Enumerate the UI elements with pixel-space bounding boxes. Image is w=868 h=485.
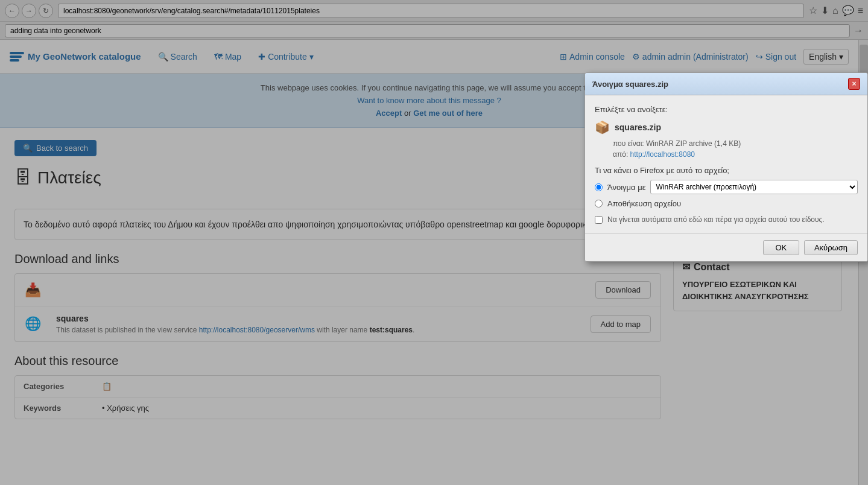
open-with-radio[interactable] [595, 183, 603, 191]
modal-ok-button[interactable]: OK [763, 240, 799, 255]
radio-group: Άνοιγμα με WinRAR archiver (προεπιλογή) … [595, 180, 858, 208]
file-type-value: WinRAR ZIP archive (1,4 KB) [646, 139, 741, 148]
modal-footer: OK Ακύρωση [585, 233, 867, 261]
save-file-radio[interactable] [595, 200, 603, 208]
modal-question: Τι να κάνει ο Firefox με αυτό το αρχείο; [595, 166, 858, 175]
file-source-link[interactable]: http://localhost:8080 [630, 150, 695, 159]
open-with-app-select[interactable]: WinRAR archiver (προεπιλογή) [650, 180, 858, 194]
auto-checkbox-label: Να γίνεται αυτόματα από εδώ και πέρα για… [607, 215, 825, 224]
modal-body: Επιλέξτε να ανοίξετε: 📦 squares.zip που … [585, 95, 867, 233]
modal-title: Άνοιγμα squares.zip [592, 80, 668, 89]
open-with-radio-row: Άνοιγμα με WinRAR archiver (προεπιλογή) [595, 180, 858, 194]
auto-checkbox-row: Να γίνεται αυτόματα από εδώ και πέρα για… [595, 215, 858, 224]
file-type-label: που είναι: [613, 139, 644, 148]
save-radio-row: Αποθήκευση αρχείου [595, 199, 858, 208]
open-with-label: Άνοιγμα με [607, 183, 645, 192]
file-name: squares.zip [615, 122, 661, 132]
auto-checkbox[interactable] [595, 216, 603, 224]
save-file-label: Αποθήκευση αρχείου [607, 199, 681, 208]
file-icon: 📦 [595, 120, 610, 135]
modal-dialog: Άνοιγμα squares.zip × Επιλέξτε να ανοίξε… [584, 72, 868, 262]
file-source-meta: από: http://localhost:8080 [613, 150, 858, 159]
modal-file-row: 📦 squares.zip [595, 120, 858, 135]
file-source-label: από: [613, 150, 628, 159]
modal-overlay: Άνοιγμα squares.zip × Επιλέξτε να ανοίξε… [0, 0, 868, 485]
modal-close-button[interactable]: × [848, 78, 860, 90]
modal-section-title: Επιλέξτε να ανοίξετε: [595, 105, 858, 114]
modal-titlebar: Άνοιγμα squares.zip × [585, 73, 867, 95]
modal-cancel-button[interactable]: Ακύρωση [804, 240, 858, 255]
file-type-meta: που είναι: WinRAR ZIP archive (1,4 KB) [613, 139, 858, 148]
